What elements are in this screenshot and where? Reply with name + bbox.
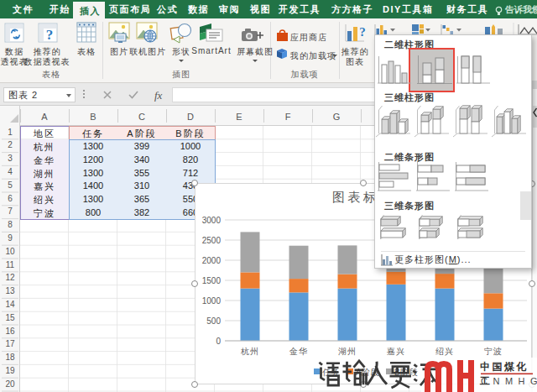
svg-text:?: ? bbox=[359, 25, 366, 39]
svg-text:?: ? bbox=[46, 27, 54, 43]
svg-text:3000: 3000 bbox=[202, 216, 222, 225]
svg-text:2500: 2500 bbox=[202, 236, 222, 245]
svg-text:1500: 1500 bbox=[202, 276, 222, 285]
svg-text:500: 500 bbox=[206, 316, 221, 326]
svg-text:fx: fx bbox=[154, 89, 163, 102]
svg-text:0: 0 bbox=[216, 337, 221, 346]
svg-text:2000: 2000 bbox=[202, 256, 222, 265]
svg-text:1000: 1000 bbox=[202, 296, 222, 306]
